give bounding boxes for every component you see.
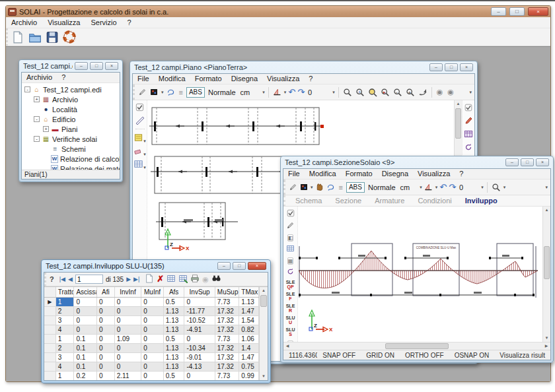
- grid-cell[interactable]: 0: [184, 335, 215, 343]
- column-header-tratto[interactable]: Tratto: [56, 287, 75, 297]
- grid-cell[interactable]: 0: [141, 372, 164, 380]
- grid-cell[interactable]: 1.47: [239, 353, 259, 362]
- table-maximize-button[interactable]: □: [233, 262, 246, 270]
- rotate-icon[interactable]: [464, 143, 473, 153]
- row-header[interactable]: [44, 362, 56, 371]
- grid-cell[interactable]: -10.52: [184, 316, 215, 325]
- sezione-minimize-button[interactable]: –: [505, 158, 519, 166]
- angle-tool-icon[interactable]: [424, 181, 433, 194]
- verify-stamp-icon[interactable]: [464, 103, 473, 114]
- grid-cell[interactable]: 1.13: [164, 344, 185, 352]
- grid-cell[interactable]: 0: [115, 307, 141, 315]
- open-folder-icon[interactable]: [28, 30, 42, 44]
- combo-button-sle-qp[interactable]: SLEQP: [285, 279, 297, 290]
- grid-cell[interactable]: 0.1: [74, 344, 97, 352]
- grid-cell[interactable]: 1: [56, 372, 75, 380]
- history-dropdown-icon[interactable]: ▾: [481, 185, 484, 190]
- grid-cell[interactable]: 0: [74, 298, 97, 306]
- color-dropdown-icon[interactable]: ▾: [161, 90, 164, 95]
- minimize-button[interactable]: –: [491, 7, 506, 16]
- grid-cell[interactable]: -9.01: [184, 353, 215, 362]
- grid-cell[interactable]: 0: [141, 335, 164, 343]
- redo-icon[interactable]: ↷: [297, 88, 305, 96]
- view-mode2-icon[interactable]: ◉: [446, 88, 455, 96]
- grid-cell[interactable]: 0.99: [239, 372, 259, 380]
- tree-node-localit[interactable]: ●Località: [22, 104, 120, 114]
- sezione-close-button[interactable]: ×: [536, 158, 549, 166]
- unit-dropdown-icon[interactable]: ▾: [420, 185, 422, 190]
- tab-schema[interactable]: Schema: [289, 197, 328, 205]
- grid-cell[interactable]: 0: [97, 372, 115, 380]
- zoom-extents-icon[interactable]: [491, 181, 501, 194]
- draw-pencil-icon[interactable]: [288, 181, 297, 194]
- zoom-previous-icon[interactable]: [367, 86, 378, 99]
- tree-window-titlebar[interactable]: Test_12 campi.edi – □ ×: [21, 60, 120, 72]
- grid-cell[interactable]: 17.32: [215, 353, 240, 362]
- grid-cell[interactable]: 17.32: [215, 316, 240, 325]
- tree-node-relazione-di-calcolo[interactable]: WRelazione di calcolo: [22, 154, 120, 164]
- row-header[interactable]: [44, 372, 56, 380]
- tree-minimize-button[interactable]: –: [75, 62, 88, 70]
- sezione-menu-formato[interactable]: Formato: [341, 169, 377, 179]
- grid-cell[interactable]: 0: [97, 316, 115, 325]
- undo-icon[interactable]: ↶: [439, 183, 447, 191]
- grid-cell[interactable]: 1.06: [239, 335, 259, 343]
- pan-hand-icon[interactable]: [315, 181, 324, 194]
- scroll-up-icon[interactable]: ▲: [543, 207, 550, 214]
- grid-cell[interactable]: 1.13: [164, 316, 185, 325]
- main-menu-visualizza[interactable]: Visualizza: [42, 17, 85, 28]
- grid-cell[interactable]: 0: [141, 325, 164, 334]
- save-icon[interactable]: [45, 30, 59, 44]
- new-record-icon[interactable]: [145, 274, 154, 284]
- first-record-icon[interactable]: |◀: [59, 276, 65, 282]
- sezione-hscrollbar[interactable]: ◀ ▶: [283, 342, 550, 350]
- grid-cell[interactable]: 0: [115, 344, 141, 352]
- layers-icon[interactable]: ≡: [178, 88, 184, 96]
- grid-cell[interactable]: 0.5: [164, 372, 185, 380]
- sezione-menu-file[interactable]: File: [283, 169, 305, 179]
- sezione-menu-disegna[interactable]: Disegna: [377, 169, 413, 179]
- piano-menu-formato[interactable]: Formato: [190, 74, 227, 84]
- grid-cell[interactable]: 1.47: [239, 307, 259, 315]
- row-header[interactable]: [44, 353, 56, 362]
- grid-cell[interactable]: 1.13: [164, 325, 185, 334]
- unit-select[interactable]: cm: [239, 88, 252, 96]
- status-toggle-ortho-off[interactable]: ORTHO OFF: [400, 352, 449, 359]
- grid-cell[interactable]: 0: [184, 372, 215, 380]
- tree-node-test-12-campi-edi[interactable]: -⌂Test_12 campi.edi: [22, 84, 120, 94]
- tree-expander-icon[interactable]: +: [34, 96, 40, 102]
- column-header-invinf[interactable]: InvInf: [115, 287, 141, 297]
- fill-icon[interactable]: ◧: [287, 233, 294, 242]
- grid-cell[interactable]: 0: [115, 353, 141, 362]
- grid-cell[interactable]: 0: [115, 298, 141, 306]
- grid-cell[interactable]: 0.5: [164, 298, 185, 306]
- close-button[interactable]: ×: [528, 7, 548, 16]
- grid-cell[interactable]: 0.1: [74, 335, 97, 343]
- table-close-button[interactable]: ×: [248, 262, 266, 270]
- grid-cell[interactable]: 0: [115, 362, 141, 371]
- tree-close-button[interactable]: ×: [105, 62, 118, 70]
- grid-cell[interactable]: 0: [141, 307, 164, 315]
- tree-expander-icon[interactable]: -: [34, 136, 40, 142]
- grid-cell[interactable]: 1.54: [239, 316, 259, 325]
- grid-cell[interactable]: 2: [56, 307, 75, 315]
- grid-cell[interactable]: 0: [97, 353, 115, 362]
- new-document-icon[interactable]: [11, 30, 25, 44]
- grid-cell[interactable]: 1.13: [239, 298, 259, 306]
- last-record-icon[interactable]: ▶|: [133, 276, 139, 282]
- color-tool-icon[interactable]: [149, 86, 159, 99]
- grid-cell[interactable]: -4.91: [184, 325, 215, 334]
- column-header-tmax[interactable]: TMax: [239, 287, 259, 297]
- grid-cell[interactable]: 0.1: [74, 353, 97, 362]
- rotate-left-icon[interactable]: [286, 267, 295, 277]
- piano-menu-file[interactable]: File: [133, 74, 154, 84]
- grid-icon[interactable]: ▦: [287, 256, 294, 265]
- grid-cell[interactable]: 0: [97, 307, 115, 315]
- table-icon[interactable]: [286, 244, 295, 254]
- grid-cell[interactable]: 1.13: [164, 353, 185, 362]
- tree-node-edificio[interactable]: -⌂Edificio: [22, 114, 120, 124]
- eraser-tool-icon[interactable]: ▾: [133, 146, 146, 157]
- table-titlebar[interactable]: Test_12 campi.Inviluppo SLU-U(135) – □ ×: [44, 260, 268, 272]
- piano-minimize-button[interactable]: –: [429, 63, 443, 71]
- grid-cell[interactable]: 0: [97, 298, 115, 306]
